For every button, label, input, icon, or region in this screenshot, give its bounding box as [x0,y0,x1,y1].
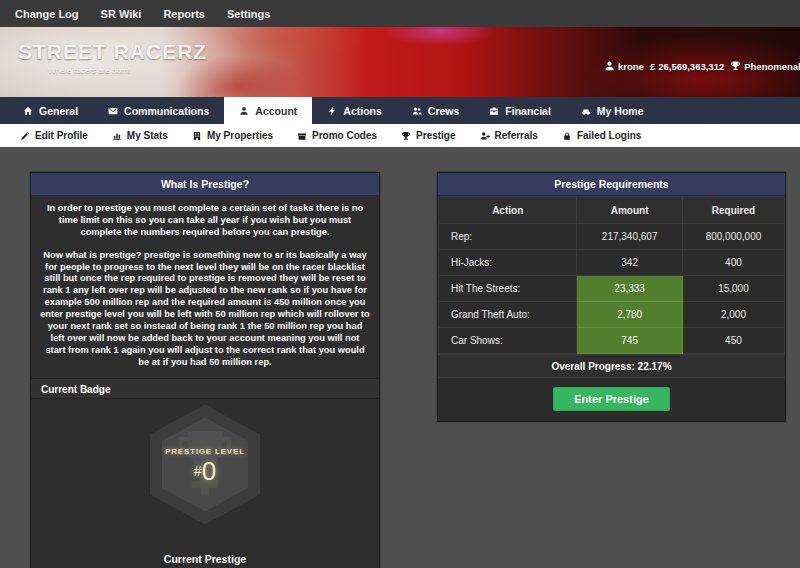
site-title: STREET RACERZ [18,40,207,64]
account-sub-nav: Edit Profile My Stats My Properties Prom… [0,124,800,147]
tab-actions[interactable]: Actions [312,97,397,124]
user-name: krone [618,60,644,71]
tab-crews[interactable]: Crews [397,97,475,124]
badge-level: #0 [150,458,260,484]
subnav-label: Prestige [416,130,455,141]
tab-account[interactable]: Account [224,97,312,124]
table-row: Rep: 217,340,607 800,000,000 [439,224,785,250]
subnav-failed-logins[interactable]: Failed Logins [550,124,653,147]
subnav-label: Edit Profile [35,130,88,141]
nav-sr-wiki[interactable]: SR Wiki [101,8,142,20]
tab-label: Account [255,105,297,117]
amount-cell: 2,780 [577,302,683,328]
panel-title: What Is Prestige? [31,173,379,196]
badge-value: 0 [202,456,216,486]
col-amount: Amount [577,197,683,224]
trophy-icon [730,60,741,71]
subnav-label: Failed Logins [577,130,641,141]
car-icon [581,106,591,116]
amount-cell: 23,333 [577,276,683,302]
badge-hash: # [194,463,202,479]
badge-line1: PRESTIGE LEVEL [150,447,260,456]
subnav-my-properties[interactable]: My Properties [180,124,285,147]
top-utility-nav: Change Log SR Wiki Reports Settings [0,0,800,27]
user-name-group[interactable]: krone [604,60,644,71]
user-icon [604,60,615,71]
bolt-icon [327,106,337,116]
prestige-description: In order to prestige you must complete a… [31,196,379,378]
required-cell: 400 [682,250,784,276]
amount-cell: 217,340,607 [577,224,683,250]
nav-change-log[interactable]: Change Log [15,8,79,20]
action-cell: Rep: [439,224,577,250]
action-cell: Grand Theft Auto: [439,302,577,328]
user-info-bar: krone £ 26,569,363,312 Phenomenal Racer … [604,60,800,71]
subnav-edit-profile[interactable]: Edit Profile [8,124,100,147]
table-row: Hi-Jacks: 342 400 [439,250,785,276]
user-plus-icon [480,131,490,141]
subnav-label: Promo Codes [312,130,377,141]
subnav-label: My Stats [127,130,168,141]
paragraph: In order to prestige you must complete a… [40,203,370,239]
gift-icon [297,131,307,141]
required-cell: 15,000 [682,276,784,302]
pound-icon: £ [650,60,655,71]
table-row: Car Shows: 745 450 [439,328,785,354]
trophy-icon [401,131,411,141]
tab-label: Crews [428,105,460,117]
subnav-my-stats[interactable]: My Stats [100,124,180,147]
user-rank: Phenomenal Racer (8 [744,60,800,71]
lock-icon [562,131,572,141]
button-row: Enter Prestige [438,377,785,421]
subnav-prestige[interactable]: Prestige [389,124,467,147]
table-row: Hit The Streets: 23,333 15,000 [439,276,785,302]
table-header-row: Action Amount Required [439,197,785,224]
building-icon [192,131,202,141]
paragraph: Now what is prestige? prestige is someth… [40,250,370,369]
badge-text: PRESTIGE LEVEL #0 [150,447,260,484]
user-cash: 26,569,363,312 [658,60,724,71]
subnav-referrals[interactable]: Referrals [468,124,550,147]
overall-progress: Overall Progress: 22.17% [438,354,785,377]
tab-financial[interactable]: Financial [474,97,566,124]
tab-label: Communications [124,105,209,117]
prestige-badge: PRESTIGE LEVEL #0 [150,405,260,525]
amount-cell: 745 [577,328,683,354]
header-banner: STREET RACERZ Where racers are born! kro… [0,27,800,97]
tab-communications[interactable]: Communications [93,97,224,124]
home-icon [23,106,33,116]
envelope-icon [108,106,118,116]
amount-cell: 342 [577,250,683,276]
required-cell: 800,000,000 [682,224,784,250]
required-cell: 450 [682,328,784,354]
prestige-requirements-panel: Prestige Requirements Action Amount Requ… [437,172,786,422]
tab-my-home[interactable]: My Home [566,97,659,124]
user-rank-group: Phenomenal Racer (8 [730,60,800,71]
user-icon [239,106,249,116]
chart-icon [112,131,122,141]
user-cash-group: £ 26,569,363,312 [650,60,724,71]
action-cell: Hit The Streets: [439,276,577,302]
action-cell: Car Shows: [439,328,577,354]
tab-general[interactable]: General [8,97,93,124]
nav-settings[interactable]: Settings [227,8,270,20]
briefcase-icon [489,106,499,116]
current-badge-section-title: Current Badge [31,378,379,399]
badge-caption: Current Prestige [31,549,379,568]
enter-prestige-button[interactable]: Enter Prestige [553,387,670,411]
nav-reports[interactable]: Reports [163,8,205,20]
panel-title: Prestige Requirements [438,173,785,196]
subnav-promo-codes[interactable]: Promo Codes [285,124,389,147]
tab-label: Actions [343,105,382,117]
tab-label: Financial [505,105,551,117]
required-cell: 2,000 [682,302,784,328]
what-is-prestige-panel: What Is Prestige? In order to prestige y… [30,172,380,568]
site-tagline: Where racers are born! [48,66,207,75]
tab-label: General [39,105,78,117]
page-content: What Is Prestige? In order to prestige y… [0,147,800,568]
subnav-label: Referrals [495,130,538,141]
badge-area: PRESTIGE LEVEL #0 [31,399,379,549]
requirements-table: Action Amount Required Rep: 217,340,607 … [438,196,785,354]
subnav-label: My Properties [207,130,273,141]
col-action: Action [439,197,577,224]
